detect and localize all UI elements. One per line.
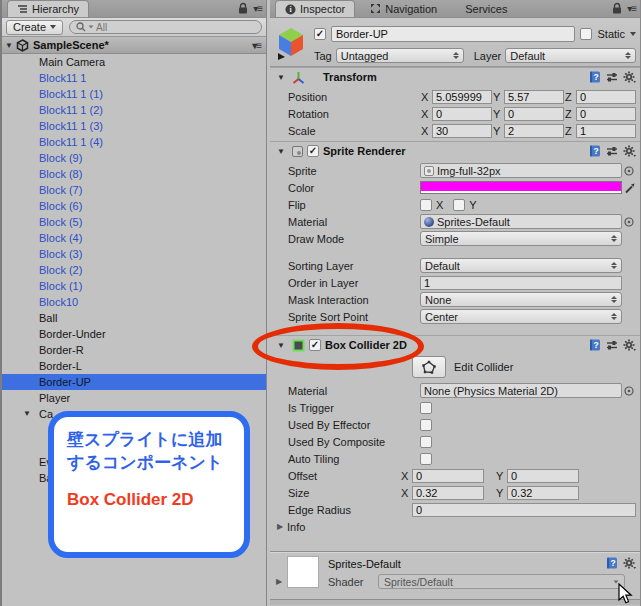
- scene-menu-icon[interactable]: ▾≡: [252, 40, 261, 51]
- foldout-icon[interactable]: ▼: [2, 41, 16, 50]
- foldout-icon[interactable]: ▶: [276, 577, 282, 586]
- hierarchy-item[interactable]: Block10: [2, 294, 266, 310]
- used-by-composite-checkbox[interactable]: [420, 436, 432, 448]
- scale-x-input[interactable]: [432, 124, 492, 138]
- hierarchy-item[interactable]: Block (9): [2, 150, 266, 166]
- hierarchy-item[interactable]: Border-R: [2, 342, 266, 358]
- scale-z-input[interactable]: [576, 124, 636, 138]
- hierarchy-item[interactable]: Block11 1 (3): [2, 118, 266, 134]
- gear-icon[interactable]: [623, 339, 636, 351]
- tab-inspector[interactable]: i Inspector: [275, 0, 355, 17]
- foldout-icon[interactable]: ▼: [274, 147, 288, 156]
- offset-x-input[interactable]: [412, 469, 484, 483]
- tag-dropdown[interactable]: Untagged: [336, 48, 464, 63]
- info-row[interactable]: ▶ Info: [270, 518, 640, 535]
- size-x-input[interactable]: [412, 486, 484, 500]
- used-by-effector-checkbox[interactable]: [420, 419, 432, 431]
- flip-y-checkbox[interactable]: [453, 199, 465, 211]
- preset-icon[interactable]: [606, 146, 618, 157]
- sorting-layer-row: Sorting Layer Default: [270, 257, 640, 274]
- panel-menu-icon[interactable]: ▾≡: [627, 3, 636, 14]
- search-filter-caret-icon[interactable]: [89, 25, 94, 28]
- size-y-input[interactable]: [507, 486, 579, 500]
- rotation-x-input[interactable]: [432, 107, 492, 121]
- layer-dropdown[interactable]: Default: [505, 48, 636, 63]
- active-checkbox[interactable]: [314, 28, 326, 40]
- sprite-renderer-enabled-checkbox[interactable]: [307, 145, 319, 157]
- is-trigger-checkbox[interactable]: [420, 402, 432, 414]
- foldout-icon[interactable]: ▼: [274, 73, 288, 82]
- hierarchy-item[interactable]: Block11 1: [2, 70, 266, 86]
- scene-header[interactable]: ▼ SampleScene* ▾≡: [2, 37, 266, 54]
- position-x-input[interactable]: [432, 90, 492, 104]
- shader-dropdown[interactable]: Sprites/Default: [378, 574, 625, 589]
- scale-y-input[interactable]: [504, 124, 564, 138]
- hierarchy-item[interactable]: Border-Under: [2, 326, 266, 342]
- help-icon[interactable]: ?: [589, 71, 601, 83]
- rotation-y-input[interactable]: [504, 107, 564, 121]
- lock-icon[interactable]: [238, 2, 248, 14]
- box-collider-enabled-checkbox[interactable]: [309, 339, 321, 351]
- hierarchy-item[interactable]: Block (1): [2, 278, 266, 294]
- hierarchy-item[interactable]: Block (5): [2, 214, 266, 230]
- hierarchy-item[interactable]: Block (6): [2, 198, 266, 214]
- mask-interaction-dropdown[interactable]: None: [420, 292, 622, 307]
- offset-y-input[interactable]: [507, 469, 579, 483]
- preset-icon[interactable]: [606, 72, 618, 83]
- sprite-sort-point-dropdown[interactable]: Center: [420, 309, 622, 324]
- tab-navigation[interactable]: Navigation: [361, 0, 446, 17]
- help-icon[interactable]: ?: [606, 557, 618, 569]
- hierarchy-item[interactable]: Border-UP: [2, 374, 266, 390]
- lock-icon[interactable]: [612, 2, 622, 14]
- help-icon[interactable]: ?: [589, 145, 601, 157]
- edit-collider-button[interactable]: [412, 356, 446, 378]
- order-in-layer-input[interactable]: [420, 276, 622, 290]
- search-input[interactable]: [96, 22, 255, 33]
- flip-x-checkbox[interactable]: [420, 199, 432, 211]
- help-icon[interactable]: ?: [589, 339, 601, 351]
- position-z-input[interactable]: [576, 90, 636, 104]
- hierarchy-item[interactable]: Block (2): [2, 262, 266, 278]
- sprite-object-field[interactable]: Img-full-32px: [420, 163, 622, 178]
- hierarchy-item[interactable]: Block (4): [2, 230, 266, 246]
- object-picker-icon[interactable]: [622, 166, 636, 176]
- draw-mode-dropdown[interactable]: Simple: [420, 231, 622, 246]
- edge-radius-input[interactable]: [412, 503, 636, 517]
- object-picker-icon[interactable]: [622, 217, 636, 227]
- gameobject-name-input[interactable]: [331, 26, 575, 42]
- tab-services[interactable]: Services: [456, 0, 516, 17]
- hierarchy-item[interactable]: Block (8): [2, 166, 266, 182]
- position-y-input[interactable]: [504, 90, 564, 104]
- foldout-icon[interactable]: ▼: [23, 406, 31, 422]
- gear-icon[interactable]: [623, 145, 636, 157]
- foldout-icon[interactable]: ▼: [274, 341, 288, 350]
- preset-icon[interactable]: [606, 340, 618, 351]
- foldout-icon[interactable]: ▶: [273, 522, 287, 531]
- object-picker-icon[interactable]: [622, 386, 636, 396]
- collider-material-field[interactable]: None (Physics Material 2D): [420, 383, 622, 398]
- hierarchy-item[interactable]: Ball: [2, 310, 266, 326]
- static-dropdown-icon[interactable]: [630, 32, 636, 36]
- static-checkbox[interactable]: [580, 28, 592, 40]
- auto-tiling-checkbox[interactable]: [420, 453, 432, 465]
- hierarchy-item[interactable]: Block (7): [2, 182, 266, 198]
- search-field[interactable]: [69, 20, 262, 34]
- rotation-z-input[interactable]: [576, 107, 636, 121]
- hierarchy-item[interactable]: Main Camera: [2, 54, 266, 70]
- hierarchy-item[interactable]: Block11 1 (4): [2, 134, 266, 150]
- create-button[interactable]: Create: [6, 20, 63, 35]
- hierarchy-item[interactable]: Block11 1 (1): [2, 86, 266, 102]
- color-swatch[interactable]: [420, 181, 622, 194]
- panel-menu-icon[interactable]: ▾≡: [253, 3, 262, 14]
- sorting-layer-dropdown[interactable]: Default: [420, 258, 622, 273]
- hierarchy-item[interactable]: Block (3): [2, 246, 266, 262]
- hierarchy-item[interactable]: Player: [2, 390, 266, 406]
- tab-hierarchy[interactable]: Hierarchy: [7, 0, 89, 17]
- gear-icon[interactable]: [623, 557, 636, 569]
- material-object-field[interactable]: Sprites-Default: [420, 214, 622, 229]
- hierarchy-item[interactable]: Block11 1 (2): [2, 102, 266, 118]
- gameobject-cube-icon[interactable]: [276, 26, 308, 60]
- gear-icon[interactable]: [623, 71, 636, 83]
- eyedropper-icon[interactable]: [622, 182, 636, 194]
- hierarchy-item[interactable]: Border-L: [2, 358, 266, 374]
